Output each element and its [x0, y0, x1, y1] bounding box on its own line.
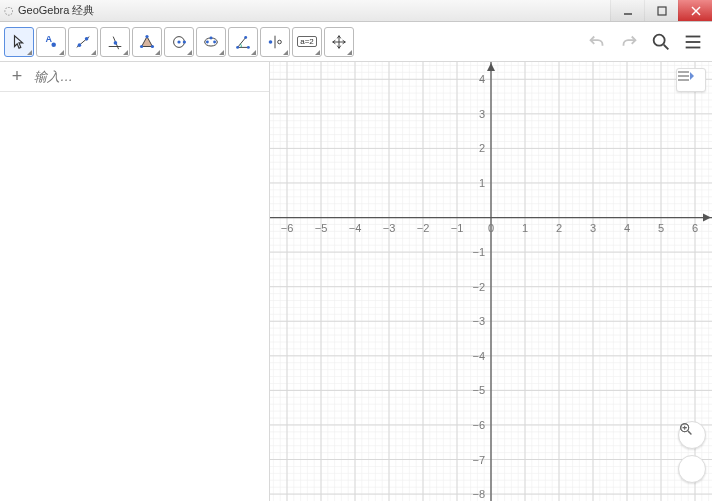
svg-text:1: 1	[479, 177, 485, 189]
toolbar: Aa=2	[0, 22, 712, 62]
app-icon: ◌	[4, 4, 14, 17]
svg-point-17	[183, 40, 186, 43]
svg-point-8	[85, 37, 89, 41]
svg-text:−1: −1	[472, 246, 485, 258]
window-title: GeoGebra 经典	[18, 3, 610, 18]
point-tool[interactable]: A	[36, 27, 66, 57]
svg-point-13	[145, 34, 148, 37]
svg-text:−8: −8	[472, 488, 485, 500]
svg-point-5	[51, 42, 56, 47]
svg-text:−6: −6	[281, 222, 294, 234]
slider-tool[interactable]: a=2	[292, 27, 322, 57]
svg-line-222	[688, 431, 691, 434]
redo-button[interactable]	[614, 27, 644, 57]
svg-text:−2: −2	[417, 222, 430, 234]
svg-point-12	[140, 44, 143, 47]
line-tool[interactable]	[68, 27, 98, 57]
add-expression-button[interactable]: +	[0, 66, 34, 87]
svg-point-20	[213, 40, 216, 43]
svg-point-26	[269, 40, 273, 44]
svg-text:−1: −1	[451, 222, 464, 234]
svg-point-16	[177, 40, 180, 43]
perpendicular-tool[interactable]	[100, 27, 130, 57]
svg-text:A: A	[46, 34, 53, 44]
svg-point-22	[236, 45, 239, 48]
svg-text:5: 5	[658, 222, 664, 234]
maximize-button[interactable]	[644, 0, 678, 21]
svg-text:4: 4	[624, 222, 630, 234]
close-button[interactable]	[678, 0, 712, 21]
svg-text:−5: −5	[472, 384, 485, 396]
svg-text:−6: −6	[472, 419, 485, 431]
svg-text:−3: −3	[383, 222, 396, 234]
svg-point-21	[210, 36, 213, 39]
svg-text:0: 0	[488, 222, 494, 234]
move-view-tool[interactable]	[324, 27, 354, 57]
svg-text:3: 3	[590, 222, 596, 234]
svg-point-7	[78, 43, 82, 47]
svg-text:6: 6	[692, 222, 698, 234]
algebra-pane: +	[0, 62, 270, 501]
circle-tool[interactable]	[164, 27, 194, 57]
svg-text:−2: −2	[472, 281, 485, 293]
pointer-tool[interactable]	[4, 27, 34, 57]
menu-button[interactable]	[678, 27, 708, 57]
svg-text:4: 4	[479, 73, 485, 85]
titlebar: ◌ GeoGebra 经典	[0, 0, 712, 22]
svg-point-19	[206, 40, 209, 43]
svg-text:−4: −4	[349, 222, 362, 234]
svg-point-23	[247, 45, 250, 48]
svg-text:−3: −3	[472, 315, 485, 327]
graphics-style-button[interactable]	[676, 68, 706, 92]
search-button[interactable]	[646, 27, 676, 57]
svg-point-24	[244, 36, 247, 39]
reflect-tool[interactable]	[260, 27, 290, 57]
svg-text:2: 2	[479, 142, 485, 154]
svg-point-14	[151, 44, 154, 47]
undo-button[interactable]	[582, 27, 612, 57]
svg-text:−4: −4	[472, 350, 485, 362]
polygon-tool[interactable]	[132, 27, 162, 57]
svg-text:2: 2	[556, 222, 562, 234]
svg-text:−7: −7	[472, 454, 485, 466]
svg-line-2	[692, 7, 700, 15]
graphics-view[interactable]: −6−5−4−3−2−10123456−8−7−6−5−4−3−2−11234	[270, 62, 712, 501]
svg-rect-1	[658, 7, 666, 15]
svg-point-27	[278, 40, 282, 44]
zoom-out-button[interactable]	[678, 455, 706, 483]
minimize-button[interactable]	[610, 0, 644, 21]
expression-input[interactable]	[34, 69, 269, 84]
svg-point-28	[654, 34, 665, 45]
svg-text:3: 3	[479, 108, 485, 120]
svg-text:−5: −5	[315, 222, 328, 234]
svg-point-11	[114, 41, 118, 45]
svg-line-29	[664, 44, 669, 49]
svg-text:1: 1	[522, 222, 528, 234]
ellipse-tool[interactable]	[196, 27, 226, 57]
angle-tool[interactable]	[228, 27, 258, 57]
svg-line-3	[692, 7, 700, 15]
